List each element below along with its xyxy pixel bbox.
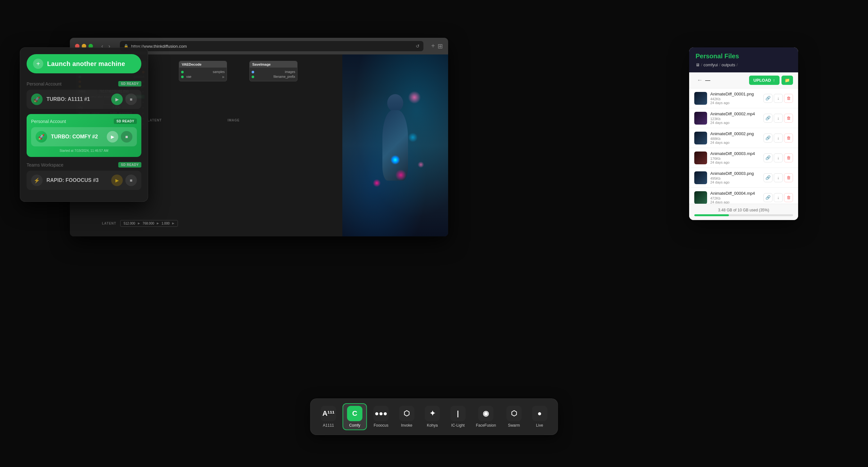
glow-orb-3 xyxy=(408,133,417,142)
breadcrumb-outputs[interactable]: outputs xyxy=(721,63,735,67)
machine3-play-btn[interactable]: ▶ xyxy=(111,174,123,186)
ic-light-dock-label: IC-Light xyxy=(451,423,465,428)
storage-fill xyxy=(694,214,729,216)
file-item: AnimateDiff_00004.mp4 472Kb24 days ago 🔗… xyxy=(689,188,798,204)
file-download-btn[interactable]: ↓ xyxy=(774,193,783,202)
spacer: — xyxy=(705,77,749,83)
file-download-btn[interactable]: ↓ xyxy=(774,134,783,142)
swarm-dock-label: Swarm xyxy=(508,423,520,428)
machine3-name: RAPID: FOOOCUS #3 xyxy=(46,177,107,183)
file-item: AnimateDiff_00001.png 442Kb24 days ago 🔗… xyxy=(689,89,798,108)
section2-title: Personal Account xyxy=(31,119,66,124)
machine3-stop-btn[interactable]: ■ xyxy=(125,174,137,186)
dock-item-live[interactable]: ● Live xyxy=(528,404,551,430)
file-download-btn[interactable]: ↓ xyxy=(774,154,783,162)
file-actions: 🔗 ↓ 🗑 xyxy=(764,193,793,202)
machine-card-1[interactable]: 🚀 TURBO: A1111 #1 ▶ ■ xyxy=(27,90,142,109)
file-link-btn[interactable]: 🔗 xyxy=(764,193,773,202)
machine1-stop-btn[interactable]: ■ xyxy=(125,94,137,105)
file-delete-btn[interactable]: 🗑 xyxy=(784,114,793,123)
dock-item-fooocus[interactable]: ●●● Fooocus xyxy=(370,404,393,430)
file-link-btn[interactable]: 🔗 xyxy=(764,114,773,123)
file-link-btn[interactable]: 🔗 xyxy=(764,134,773,142)
file-info: AnimateDiff_00001.png 442Kb24 days ago xyxy=(710,92,760,105)
file-link-btn[interactable]: 🔗 xyxy=(764,173,773,182)
chest-glow xyxy=(391,155,400,165)
invoke-dock-icon: ⬡ xyxy=(399,406,414,421)
section2-badge: SD READY xyxy=(114,119,137,124)
file-name: AnimateDiff_00002.png xyxy=(710,131,760,136)
file-info: AnimateDiff_00004.mp4 472Kb24 days ago xyxy=(710,191,760,204)
upload-button[interactable]: UPLOAD ↑ xyxy=(749,76,779,85)
new-tab-button[interactable]: + xyxy=(431,42,435,50)
dot-filename xyxy=(252,76,254,78)
files-back-button[interactable]: ← xyxy=(694,76,705,85)
file-delete-btn[interactable]: 🗑 xyxy=(784,193,793,202)
section3-header: Teams Workspace SD READY xyxy=(27,162,142,168)
file-delete-btn[interactable]: 🗑 xyxy=(784,154,793,162)
files-list: AnimateDiff_00001.png 442Kb24 days ago 🔗… xyxy=(689,89,798,204)
dock-item-facefusion[interactable]: ◉ FaceFusion xyxy=(472,404,500,430)
file-link-btn[interactable]: 🔗 xyxy=(764,94,773,103)
breadcrumb-sep1: / xyxy=(701,63,702,67)
file-name: AnimateDiff_00003.png xyxy=(710,171,760,176)
saveimage-node[interactable]: SaveImage images filename_prefix xyxy=(249,61,298,81)
invoke-dock-label: Invoke xyxy=(401,423,412,428)
file-download-btn[interactable]: ↓ xyxy=(774,173,783,182)
swarm-dock-icon: ⬡ xyxy=(506,406,522,421)
address-bar[interactable]: 🔒 https://www.thinkdiffusion.com ↺ xyxy=(120,41,424,51)
dock-item-swarm[interactable]: ⬡ Swarm xyxy=(502,404,525,430)
file-thumb xyxy=(694,112,707,125)
latent-label-2: IMAGE xyxy=(227,119,240,122)
file-meta: 495Kb24 days ago xyxy=(710,176,760,184)
file-meta: 472Kb24 days ago xyxy=(710,196,760,204)
machine-card-3[interactable]: ⚡ RAPID: FOOOCUS #3 ▶ ■ xyxy=(27,171,142,190)
dock-item-a1111[interactable]: A¹¹¹ A1111 xyxy=(317,404,340,430)
breadcrumb-sep3: / xyxy=(737,63,738,67)
file-download-btn[interactable]: ↓ xyxy=(774,94,783,103)
live-dock-label: Live xyxy=(536,423,543,428)
file-meta: 176Kb24 days ago xyxy=(710,157,760,164)
machine2-stop-btn[interactable]: ■ xyxy=(121,131,132,142)
node-row-vae: vae ▶ xyxy=(181,74,225,79)
machine2-icon: 🚀 xyxy=(36,131,47,142)
tab-overview-button[interactable]: ⊞ xyxy=(437,42,443,50)
file-name: AnimateDiff_00001.png xyxy=(710,92,760,96)
breadcrumb-comfyui[interactable]: comfyui xyxy=(704,63,718,67)
dock-item-invoke[interactable]: ⬡ Invoke xyxy=(395,404,418,430)
file-meta: 123Kb24 days ago xyxy=(710,117,760,125)
file-meta: 442Kb24 days ago xyxy=(710,97,760,105)
create-folder-button[interactable]: 📁 xyxy=(781,76,793,85)
file-thumb xyxy=(694,152,707,164)
a1111-dock-icon: A¹¹¹ xyxy=(321,406,336,421)
dock-item-kohya[interactable]: ✦ Kohya xyxy=(421,404,444,430)
breadcrumb-sep2: / xyxy=(719,63,720,67)
file-info: AnimateDiff_00003.png 495Kb24 days ago xyxy=(710,171,760,184)
dot-images xyxy=(252,71,254,73)
machine-section-1: Personal Account SD READY 🚀 TURBO: A1111… xyxy=(27,81,142,109)
vaedecode-node[interactable]: VAEDecode samples vae ▶ xyxy=(179,61,227,81)
file-delete-btn[interactable]: 🗑 xyxy=(784,94,793,103)
files-title: Personal Files xyxy=(695,53,792,60)
machine-section-2: Personal Account SD READY 🚀 TURBO: COMFY… xyxy=(27,114,142,157)
storage-bar xyxy=(694,214,793,216)
machine1-play-btn[interactable]: ▶ xyxy=(111,94,123,105)
refresh-button[interactable]: ↺ xyxy=(416,43,420,49)
facefusion-dock-label: FaceFusion xyxy=(476,423,496,428)
machine2-controls: ▶ ■ xyxy=(107,131,132,142)
file-thumb xyxy=(694,132,707,144)
file-download-btn[interactable]: ↓ xyxy=(774,114,783,123)
file-link-btn[interactable]: 🔗 xyxy=(764,154,773,162)
file-delete-btn[interactable]: 🗑 xyxy=(784,173,793,182)
dock-item-comfy[interactable]: C Comfy xyxy=(343,403,367,430)
dock-item-ic-light[interactable]: | IC-Light xyxy=(446,404,470,430)
machine-card-2[interactable]: 🚀 TURBO: COMFY #2 ▶ ■ xyxy=(31,127,137,146)
file-item: AnimateDiff_00002.png 488Kb24 days ago 🔗… xyxy=(689,128,798,148)
launch-machine-button[interactable]: + Launch another machine xyxy=(27,54,142,73)
file-delete-btn[interactable]: 🗑 xyxy=(784,134,793,142)
file-actions: 🔗 ↓ 🗑 xyxy=(764,114,793,123)
file-actions: 🔗 ↓ 🗑 xyxy=(764,154,793,162)
files-panel: Personal Files 🖥 / comfyui / outputs / ←… xyxy=(689,47,798,220)
kohya-dock-icon: ✦ xyxy=(425,406,440,421)
machine2-play-btn[interactable]: ▶ xyxy=(107,131,118,142)
